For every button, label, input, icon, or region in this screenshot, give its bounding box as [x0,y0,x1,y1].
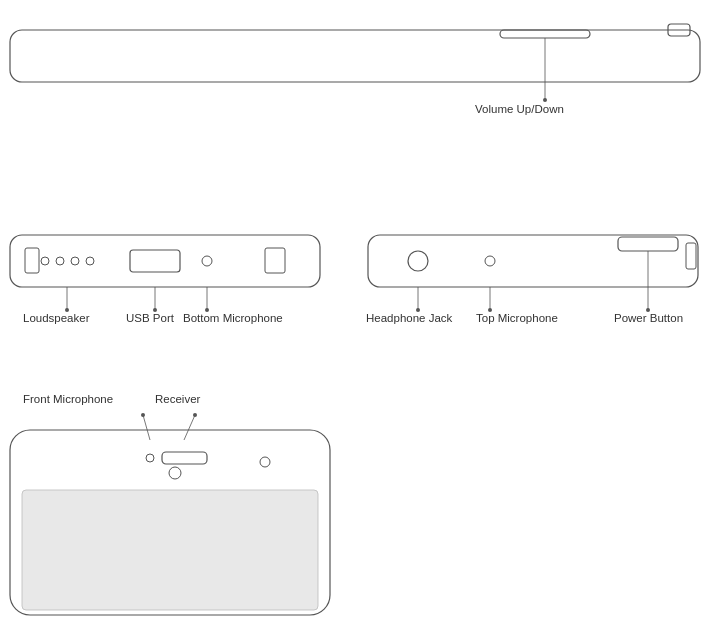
svg-rect-20 [368,235,698,287]
label-volume-updown: Volume Up/Down [475,103,564,115]
svg-rect-0 [10,30,700,82]
svg-point-40 [193,413,197,417]
svg-rect-23 [618,237,678,251]
svg-point-35 [169,467,181,479]
label-receiver: Receiver [155,393,200,405]
svg-point-7 [56,257,64,265]
label-loudspeaker: Loudspeaker [23,312,90,324]
svg-point-38 [141,413,145,417]
svg-point-8 [71,257,79,265]
svg-rect-1 [500,30,590,38]
svg-point-6 [41,257,49,265]
svg-rect-13 [265,248,285,273]
svg-point-4 [543,98,547,102]
diagram-container: Volume Up/Down Loudspeaker USB Port Bott… [0,0,716,622]
svg-point-12 [202,256,212,266]
svg-point-22 [485,256,495,266]
svg-point-33 [146,454,154,462]
svg-point-21 [408,251,428,271]
svg-rect-24 [686,243,696,269]
svg-point-36 [260,457,270,467]
svg-rect-11 [130,250,180,272]
svg-rect-34 [162,452,207,464]
svg-rect-10 [25,248,39,273]
label-usb-port: USB Port [126,312,174,324]
label-bottom-microphone: Bottom Microphone [183,312,283,324]
label-top-microphone: Top Microphone [476,312,558,324]
label-power-button: Power Button [614,312,683,324]
svg-line-39 [184,415,195,440]
svg-line-37 [143,415,150,440]
label-headphone-jack: Headphone Jack [366,312,452,324]
svg-point-9 [86,257,94,265]
svg-rect-32 [22,490,318,610]
label-front-microphone: Front Microphone [23,393,113,405]
